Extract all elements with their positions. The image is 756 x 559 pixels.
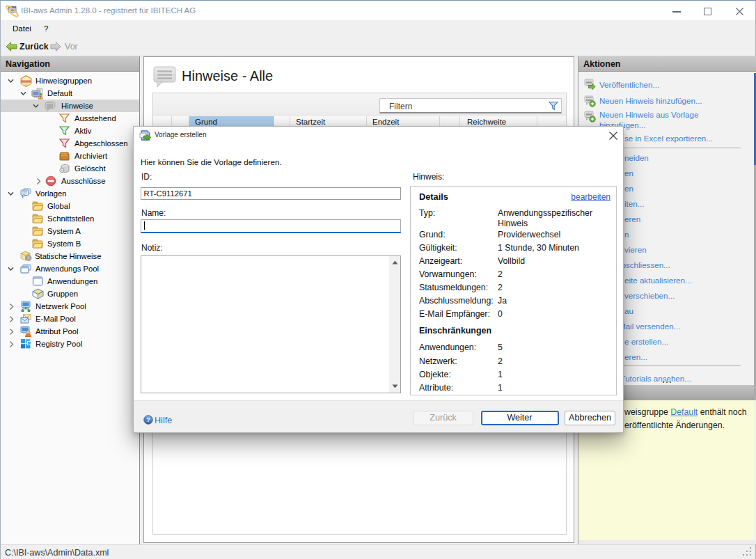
svg-text:?: ? (146, 416, 150, 423)
